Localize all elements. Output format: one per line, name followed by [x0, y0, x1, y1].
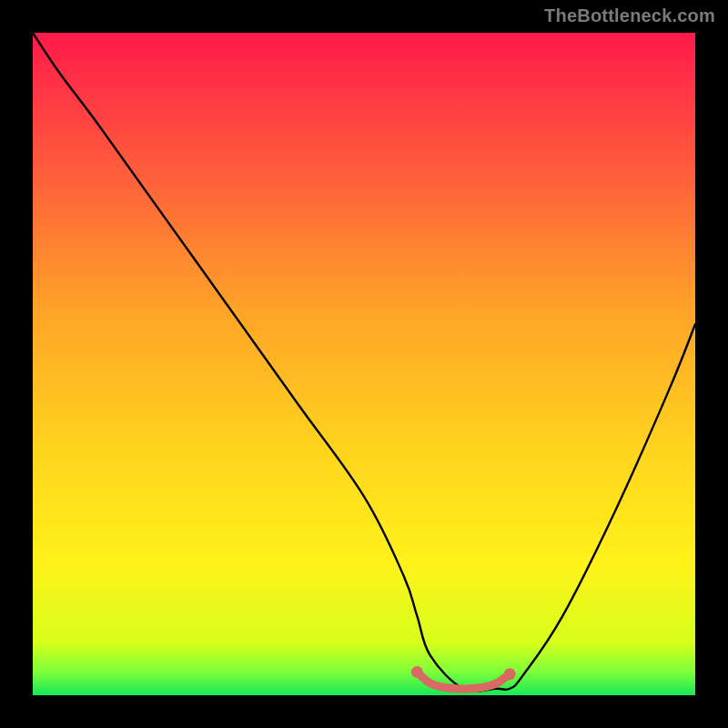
- bottleneck-chart: [33, 33, 695, 695]
- plot-background: [33, 33, 695, 695]
- valley-marker-endpoint: [411, 666, 423, 678]
- watermark-text: TheBottleneck.com: [544, 5, 715, 26]
- chart-frame: [33, 33, 695, 695]
- valley-marker-endpoint: [504, 668, 516, 680]
